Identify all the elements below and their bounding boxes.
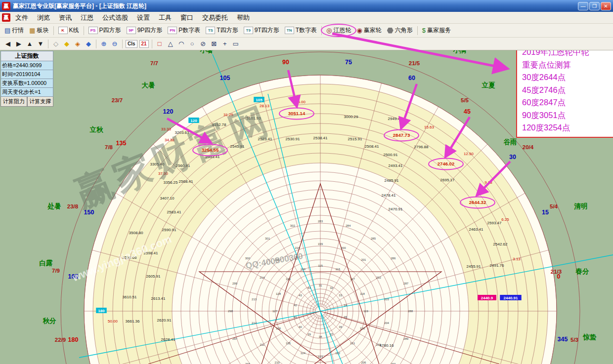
gann-angle-icon[interactable]: ◇ bbox=[51, 40, 61, 48]
menu-gann[interactable]: 江恩 bbox=[76, 12, 98, 23]
delete-box-icon[interactable]: ⊠ bbox=[209, 40, 219, 48]
toolbar-9p-square-button[interactable]: 9P9P四方形 bbox=[124, 25, 165, 36]
wheel-chip-number: 2440.91 bbox=[504, 296, 518, 300]
menu-view[interactable]: 浏览 bbox=[33, 12, 54, 23]
triangle-tool-icon[interactable]: △ bbox=[166, 40, 175, 48]
menu-window[interactable]: 窗口 bbox=[176, 12, 198, 23]
menu-help[interactable]: 帮助 bbox=[232, 12, 254, 23]
rect-tool-icon[interactable]: □ bbox=[155, 40, 165, 48]
highlight-value: 3254.55 bbox=[202, 147, 219, 153]
wheel-inner-number: 121 bbox=[350, 342, 355, 345]
calc-resistance-button[interactable]: 计算阻力 bbox=[0, 97, 27, 107]
info-row-1: 时间=20190104 bbox=[0, 70, 53, 79]
hexagon-icon bbox=[387, 28, 394, 34]
solar-term-date: 20/4 bbox=[523, 144, 534, 150]
k-line-label: K线 bbox=[69, 26, 79, 35]
cls-button[interactable]: Cls bbox=[126, 40, 137, 48]
market-quotes-label: 行情 bbox=[12, 26, 24, 35]
menu-file[interactable]: 文件 bbox=[11, 12, 33, 23]
crosshair-icon[interactable]: + bbox=[220, 40, 230, 48]
wheel-inner-number: 203 bbox=[384, 298, 390, 301]
hexagon-label: 六角形 bbox=[395, 26, 413, 35]
scroll-down-icon[interactable]: ▼ bbox=[36, 40, 45, 48]
wheel-inner-number: 38 bbox=[319, 335, 322, 338]
minimize-button[interactable]: — bbox=[578, 2, 588, 10]
toolbar-k-line-button[interactable]: KK线 bbox=[56, 25, 82, 36]
wheel-price-number: 2620.91 bbox=[157, 318, 172, 323]
menu-trade-order[interactable]: 交易委托 bbox=[198, 12, 232, 23]
circle-tool-icon[interactable]: ○ bbox=[187, 40, 197, 48]
wheel-inner-number: 43 bbox=[299, 294, 302, 297]
menu-tools[interactable]: 工具 bbox=[154, 12, 176, 23]
wheel-inner-number: 301 bbox=[265, 237, 270, 240]
gann-wheel-label: 江恩轮 bbox=[333, 26, 351, 35]
no-draw-icon[interactable]: ⊘ bbox=[198, 40, 208, 48]
gann-wheel-icon: ◎ bbox=[326, 27, 332, 34]
toolbar-separator bbox=[48, 40, 48, 48]
toolbar-market-quotes-button[interactable]: ▤行情 bbox=[2, 25, 26, 36]
wheel-price-number: 2628.41 bbox=[161, 337, 175, 342]
wheel-inner-number: 302 bbox=[290, 224, 296, 227]
wheel-price-number: 2455.91 bbox=[467, 264, 481, 269]
gann-grid-icon[interactable]: ◆ bbox=[84, 40, 93, 48]
toolbar-gann-wheel-button[interactable]: ◎江恩轮 bbox=[324, 25, 353, 36]
solar-term-date: 21/3 bbox=[551, 269, 562, 275]
toolbar-9t-square-button[interactable]: T99T四方形 bbox=[241, 25, 282, 36]
wheel-inner-number: 39 bbox=[307, 333, 311, 336]
arc-tool-icon[interactable]: ◠ bbox=[176, 40, 186, 48]
gann-square-icon[interactable]: ◆ bbox=[62, 40, 72, 48]
solar-term-date: 7/7 bbox=[150, 60, 158, 66]
toolbar-hexagon-button[interactable]: 六角形 bbox=[385, 25, 415, 36]
toolbar-winner-service-button[interactable]: $赢家服务 bbox=[420, 25, 453, 36]
select-tool-icon[interactable]: ▭ bbox=[231, 40, 241, 48]
wheel-degree-label: 120 bbox=[163, 108, 174, 115]
menu-information[interactable]: 资讯 bbox=[54, 12, 76, 23]
scroll-up-icon[interactable]: ▲ bbox=[25, 40, 35, 48]
zoom-out-icon[interactable]: ⊖ bbox=[110, 40, 120, 48]
t-number-table-label: T数字表 bbox=[296, 26, 317, 35]
calc-support-button[interactable]: 计算支撑 bbox=[27, 97, 54, 107]
maximize-button[interactable]: ❐ bbox=[589, 2, 600, 10]
wheel-inner-number: 299 bbox=[232, 282, 238, 285]
menu-settings[interactable]: 设置 bbox=[132, 12, 154, 23]
solar-term-date: 5/3 bbox=[570, 337, 578, 343]
calendar-21-button[interactable]: 21 bbox=[139, 40, 149, 48]
wheel-inner-number: 284 bbox=[346, 224, 351, 227]
wheel-price-number: 3661.36 bbox=[126, 319, 140, 324]
menu-formula-stock-picker[interactable]: 公式选股 bbox=[98, 12, 132, 23]
wheel-price-number: 2491.76 bbox=[490, 263, 504, 268]
toolbar-p-square-button[interactable]: PSP四方形 bbox=[86, 25, 124, 36]
wheel-price-number: 2613.41 bbox=[151, 296, 166, 301]
wheel-price-number: 2605.91 bbox=[146, 274, 161, 279]
toolbar-p-number-table-button[interactable]: PNP数字表 bbox=[165, 25, 203, 36]
highlight-value: 2847.73 bbox=[393, 132, 410, 138]
wheel-fraction-number: 3.13 bbox=[513, 257, 521, 261]
window-title: 赢家江恩专业版[赢家服务平台] - [上证指数 江恩轮] bbox=[13, 2, 575, 10]
wheel-price-number: 2583.41 bbox=[167, 210, 181, 214]
wheel-price-number: 2493.41 bbox=[389, 163, 403, 168]
wheel-inner-number: 202 bbox=[376, 276, 382, 279]
zoom-in-icon[interactable]: ⊕ bbox=[99, 40, 109, 48]
wheel-price-number: 2568.41 bbox=[179, 179, 193, 184]
scroll-right-icon[interactable]: ▶ bbox=[14, 40, 24, 48]
index-info-panel: 上证指数 价格=2440.9099时间=20190104变换系数=1.00000… bbox=[0, 51, 53, 107]
solar-term-date: 7/9 bbox=[52, 268, 60, 274]
toolbar-t-number-table-button[interactable]: TNT数字表 bbox=[282, 25, 319, 36]
info-row-2: 变换系数=1.00000 bbox=[0, 79, 53, 88]
close-button[interactable]: ✕ bbox=[601, 2, 611, 10]
annotation-line-1: 重要点位测算 bbox=[522, 59, 608, 72]
toolbar-sectors-button[interactable]: ▦板块 bbox=[27, 25, 51, 36]
scroll-left-icon[interactable]: ◀ bbox=[3, 40, 13, 48]
solar-term-label: 小满 bbox=[453, 50, 467, 54]
wheel-degree-label: 105 bbox=[220, 75, 230, 81]
wheel-inner-number: 42 bbox=[294, 304, 297, 307]
gann-box-icon[interactable]: ◈ bbox=[73, 40, 83, 48]
wheel-price-number: 2470.91 bbox=[389, 207, 403, 211]
annotation-line-5: 90度3051点 bbox=[522, 109, 608, 122]
wheel-price-number: 2590.91 bbox=[162, 228, 176, 232]
toolbar-winner-wheel-button[interactable]: ◉赢家轮 bbox=[354, 25, 384, 36]
wheel-fraction-number: 50.00 bbox=[108, 319, 118, 324]
wheel-price-number: 2949.43 bbox=[388, 117, 402, 121]
toolbar-t-square-button[interactable]: TST四方形 bbox=[203, 25, 240, 36]
solar-term-date: 22/9 bbox=[55, 337, 66, 343]
